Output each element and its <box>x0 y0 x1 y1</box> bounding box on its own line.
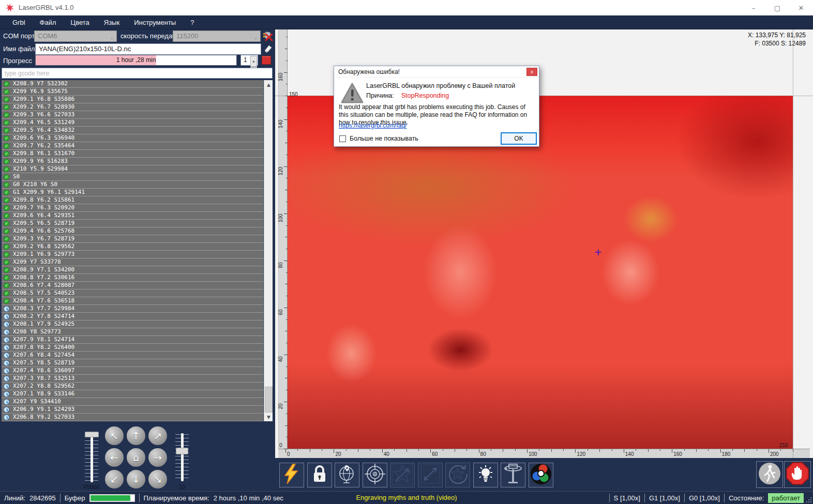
gcode-line[interactable]: X206.8 Y9.2 S27033 <box>2 414 263 421</box>
gcode-line[interactable]: X207.4 Y8.6 S36097 <box>2 367 263 375</box>
menu-item--[interactable]: ? <box>183 17 201 28</box>
minimize-button[interactable]: – <box>742 0 765 16</box>
reset-grbl-button[interactable] <box>279 463 304 487</box>
laser-coordinates: X: 133,975 Y: 81,925 F: 03500 S: 12489 <box>748 31 806 48</box>
gcode-line[interactable]: ✓G0 X210 Y6 S0 <box>2 181 263 189</box>
dialog-title-bar[interactable]: Обнаружена ошибка! x <box>334 66 539 78</box>
start-job-button[interactable] <box>756 461 783 488</box>
homing-button[interactable] <box>335 463 359 487</box>
scrollbar-thumb[interactable] <box>265 387 273 413</box>
gcode-line[interactable]: ✓X208.5 Y7.5 S40523 <box>2 289 263 297</box>
gcode-line[interactable]: ✓X208.4 Y7.6 S36518 <box>2 297 263 305</box>
gcode-line[interactable]: X207.5 Y8.5 S28719 <box>2 359 263 367</box>
focus-light-button[interactable] <box>473 463 498 487</box>
gcode-line[interactable]: ✓X210 Y5.9 S29984 <box>2 165 263 173</box>
jog-down-button[interactable]: ↓ <box>127 470 145 488</box>
jog-up-button[interactable]: ↑ <box>127 426 145 445</box>
jog-up-right-button[interactable]: ↗ <box>148 426 167 445</box>
jog-right-button[interactable]: → <box>148 448 167 467</box>
jog-left-button[interactable]: ← <box>105 448 124 467</box>
clean-brush-icon[interactable] <box>263 43 273 54</box>
gcode-line[interactable]: X206.9 Y9.1 S24293 <box>2 406 263 414</box>
scroll-up-icon[interactable]: ▲ <box>264 80 273 89</box>
file-name-field[interactable]: YANA(ENG)210x150-10L-D.nc <box>35 43 261 55</box>
maximize-button[interactable]: ▢ <box>765 0 789 16</box>
close-button[interactable]: ✕ <box>789 0 813 16</box>
gcode-line[interactable]: ✓X209.3 Y6.6 S27033 <box>2 111 263 119</box>
dont-show-again-checkbox[interactable] <box>339 135 346 142</box>
blink-laser-button[interactable] <box>501 463 525 487</box>
gcode-line[interactable]: ✓X208.9 Y7.1 S34200 <box>2 266 263 274</box>
gcode-line[interactable]: ✓X209.6 Y6.4 S29351 <box>2 212 263 220</box>
gcode-line[interactable]: X207.9 Y8.1 S24714 <box>2 336 263 344</box>
menu-item-цвета[interactable]: Цвета <box>64 17 97 28</box>
gcode-line[interactable]: X207.2 Y8.8 S29562 <box>2 383 263 390</box>
gcode-line[interactable]: ✓X209.1 Y6.9 S29773 <box>2 251 263 258</box>
gcode-line[interactable]: X207 Y9 S34410 <box>2 398 263 406</box>
gcode-line[interactable]: ✓X209.1 Y6.8 S35886 <box>2 96 263 103</box>
gcode-line[interactable]: X207.6 Y8.4 S27454 <box>2 352 263 359</box>
menu-item-язык[interactable]: Язык <box>97 17 127 28</box>
ok-button[interactable]: OK <box>501 132 537 145</box>
gcode-line[interactable]: ✓X208.9 Y7 S32302 <box>2 80 263 88</box>
jog-home-button[interactable]: ⌂ <box>127 448 145 467</box>
y-tick <box>286 108 288 108</box>
gcode-list-scrollbar[interactable]: ▲ ▼ <box>264 80 273 421</box>
gcode-line[interactable]: ✓X209.8 Y6.1 S31670 <box>2 150 263 158</box>
sent-check-icon: ✓ <box>4 236 9 242</box>
frame-box-button <box>418 463 443 487</box>
gcode-line[interactable]: ✓X209.6 Y6.3 S36940 <box>2 134 263 142</box>
step-slider-track[interactable] <box>181 433 184 481</box>
gcode-line[interactable]: ✓X209.7 Y6.2 S35464 <box>2 142 263 150</box>
gcode-line[interactable]: ✓X208.6 Y7.4 S28087 <box>2 282 263 289</box>
baud-rate-select[interactable]: 115200 ⌄ <box>173 30 261 42</box>
resize-grip[interactable] <box>806 497 811 502</box>
gcode-line[interactable]: X207.8 Y8.2 S26400 <box>2 344 263 352</box>
menu-item-файл[interactable]: Файл <box>33 17 64 28</box>
gcode-line[interactable]: ✓X209.4 Y6.5 S31249 <box>2 119 263 127</box>
dialog-close-icon[interactable]: x <box>526 68 537 76</box>
feed-slider-thumb[interactable] <box>85 432 99 437</box>
gcode-line[interactable]: ✓X209.2 Y6.8 S29562 <box>2 243 263 251</box>
gcode-line[interactable]: ✓X209.2 Y6.7 S28930 <box>2 103 263 111</box>
faq-link[interactable]: https://lasergrbl.com/faq/ <box>339 122 406 129</box>
gcode-line[interactable]: ✓X209.5 Y6.4 S34832 <box>2 127 263 134</box>
gcode-line[interactable]: ✓X209.4 Y6.6 S25768 <box>2 227 263 235</box>
disconnect-plug-icon[interactable] <box>262 30 274 42</box>
set-zero-button[interactable] <box>363 463 387 487</box>
gcode-line[interactable]: ✓X209.5 Y6.5 S28719 <box>2 220 263 227</box>
jog-down-left-button[interactable]: ↙ <box>105 470 124 488</box>
menu-item-grbl[interactable]: Grbl <box>5 17 33 28</box>
gcode-command-input[interactable] <box>2 68 273 79</box>
color-test-button[interactable] <box>529 463 553 487</box>
gcode-line[interactable]: ✓X209.3 Y6.7 S28719 <box>2 235 263 243</box>
gcode-line[interactable]: X208.3 Y7.7 S29984 <box>2 305 263 313</box>
gcode-line[interactable]: X207.1 Y8.9 S33146 <box>2 390 263 398</box>
abort-job-button[interactable] <box>784 461 811 488</box>
gcode-line[interactable]: ✓X209.9 Y6 S16283 <box>2 158 263 165</box>
com-port-select[interactable]: COM6 ⌄ <box>34 30 117 42</box>
stepper-up-icon[interactable]: ▲ <box>250 56 257 67</box>
menu-item-инструменты[interactable]: Инструменты <box>127 17 183 28</box>
y-tick <box>286 366 288 367</box>
unlock-button[interactable] <box>307 463 332 487</box>
gcode-log-list[interactable]: ✓X208.9 Y7 S32302✓X209 Y6.9 S35675✓X209.… <box>2 80 273 421</box>
gcode-line[interactable]: X207.3 Y8.7 S32513 <box>2 375 263 383</box>
jog-down-right-button[interactable]: ↘ <box>148 470 167 488</box>
gcode-line[interactable]: ✓X208.8 Y7.2 S30616 <box>2 274 263 282</box>
gcode-line[interactable]: X208.1 Y7.9 S24925 <box>2 320 263 328</box>
gcode-line[interactable]: ✓S0 <box>2 173 263 181</box>
gcode-line[interactable]: X208.2 Y7.8 S24714 <box>2 313 263 320</box>
gcode-line[interactable]: ✓X209 Y7 S33778 <box>2 258 263 266</box>
scroll-down-icon[interactable]: ▼ <box>264 413 273 421</box>
step-slider-thumb[interactable] <box>176 448 188 454</box>
feed-slider-track[interactable] <box>91 432 93 482</box>
pass-count-stepper[interactable]: 1 ▲▼ <box>240 55 258 66</box>
gcode-line[interactable]: ✓X209.8 Y6.2 S15861 <box>2 196 263 204</box>
gcode-line[interactable]: ✓X209 Y6.9 S35675 <box>2 88 263 96</box>
gcode-line[interactable]: ✓X209.7 Y6.3 S20920 <box>2 204 263 212</box>
jog-up-left-button[interactable]: ↖ <box>105 426 124 445</box>
stop-job-square-button[interactable] <box>262 56 271 65</box>
gcode-line[interactable]: ✓G1 X209.9 Y6.1 S29141 <box>2 189 263 196</box>
gcode-line[interactable]: X208 Y8 S29773 <box>2 328 263 336</box>
